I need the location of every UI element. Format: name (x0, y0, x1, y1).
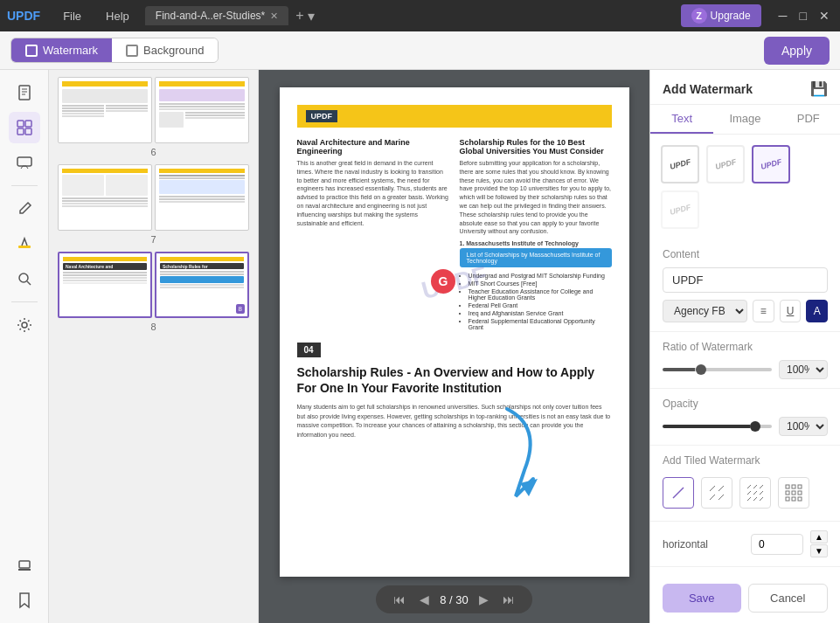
stepper-up[interactable]: ▲ (810, 530, 828, 543)
ratio-label: Ratio of Watermark (663, 341, 828, 353)
tab-pdf[interactable]: PDF (777, 105, 840, 134)
svg-rect-31 (792, 485, 795, 488)
font-row: Agency FB ≡ U A (663, 300, 828, 322)
active-tab[interactable]: Find-and-A..er-Studies* ✕ (145, 6, 288, 25)
wm-style-2[interactable]: UPDF (706, 145, 745, 183)
save-button[interactable]: Save (663, 584, 741, 613)
svg-rect-0 (19, 86, 30, 100)
tiled-opt-1[interactable] (663, 477, 694, 509)
svg-rect-35 (798, 491, 802, 495)
close-window-icon[interactable]: ✕ (816, 9, 833, 23)
opacity-slider-row: 100% (663, 417, 828, 436)
last-page-button[interactable]: ⏭ (499, 591, 518, 608)
content-section: Content Agency FB ≡ U A (650, 239, 840, 332)
total-pages: 30 (455, 593, 468, 606)
thumbnail-page-8a[interactable]: Naval Architecture and (58, 252, 152, 318)
document-page: UPDF UPDF Naval Architecture and Marine … (280, 87, 629, 577)
opacity-section: Opacity 100% (650, 389, 840, 446)
sidebar-item-tools[interactable] (9, 309, 40, 341)
tab-text[interactable]: Text (650, 105, 713, 134)
stepper-down[interactable]: ▼ (810, 544, 828, 557)
wm-style-4[interactable]: UPDF (661, 190, 699, 229)
apply-button[interactable]: Apply (764, 37, 830, 65)
menu-file[interactable]: File (54, 6, 90, 26)
content-label: Content (663, 248, 828, 260)
tiled-options (663, 474, 828, 512)
sidebar-divider-2 (11, 301, 38, 302)
tiled-opt-4[interactable] (778, 477, 809, 509)
color-picker-button[interactable]: A (806, 300, 828, 322)
current-page: 8 (440, 593, 446, 606)
watermark-mode-label: Watermark (43, 44, 98, 57)
wm-style-3[interactable]: UPDF (752, 145, 790, 183)
thumbnail-page-6b[interactable] (155, 77, 249, 143)
thumbnail-page-6[interactable] (58, 77, 152, 143)
col-naval: Naval Architecture and Marine Engineerin… (297, 138, 449, 332)
opacity-slider[interactable] (663, 425, 772, 428)
cancel-button[interactable]: Cancel (748, 584, 829, 613)
sidebar-item-stamp[interactable] (9, 550, 40, 581)
tab-label: Find-and-A..er-Studies* (156, 10, 265, 22)
content-input[interactable] (663, 267, 828, 293)
tiled-opt-3[interactable] (739, 477, 771, 509)
menu-help[interactable]: Help (97, 6, 138, 26)
new-tab-icon[interactable]: + (295, 8, 303, 24)
underline-button[interactable]: U (780, 300, 802, 322)
svg-line-24 (747, 491, 751, 495)
svg-line-23 (760, 485, 763, 488)
svg-rect-36 (786, 497, 789, 501)
section-number: 04 (297, 343, 321, 357)
svg-line-16 (673, 488, 684, 498)
main-content: 6 (0, 70, 840, 623)
upgrade-button[interactable]: Z Upgrade (681, 4, 761, 27)
tab-close-icon[interactable]: ✕ (270, 10, 278, 22)
svg-line-25 (753, 491, 757, 495)
watermark-mode-button[interactable]: Watermark (11, 38, 112, 62)
ratio-slider[interactable] (663, 368, 772, 371)
ratio-slider-handle[interactable] (696, 364, 706, 375)
prev-page-button[interactable]: ◀ (416, 591, 433, 608)
wm-style-1[interactable]: UPDF (661, 145, 699, 183)
col2-heading: Scholarship Rules for the 10 Best Global… (460, 138, 612, 156)
page-columns-top: Naval Architecture and Marine Engineerin… (297, 138, 612, 332)
sidebar-item-bookmark[interactable] (9, 585, 40, 616)
thumbnail-page-7b[interactable] (155, 164, 249, 231)
align-left-button[interactable]: ≡ (753, 300, 774, 322)
sidebar-item-search[interactable] (9, 263, 40, 294)
background-mode-button[interactable]: Background (112, 38, 218, 62)
watermark-styles: UPDF UPDF UPDF UPDF (650, 135, 840, 239)
maximize-icon[interactable]: □ (796, 9, 810, 23)
thumbnail-page-7a[interactable] (58, 164, 152, 231)
grammarly-button[interactable]: G (431, 269, 455, 294)
svg-marker-15 (520, 479, 538, 496)
opacity-slider-handle[interactable] (750, 421, 760, 432)
page-8-label: 8 (150, 322, 156, 332)
thumbnail-page-8b[interactable]: Scholarship Rules for 8 (155, 252, 249, 318)
sidebar-item-thumbnails[interactable] (9, 112, 40, 143)
svg-rect-8 (17, 157, 31, 166)
list-item-1: MIT Short Courses [Free] (469, 280, 612, 287)
tab-image[interactable]: Image (713, 105, 776, 134)
toolbar: Watermark Background Apply (0, 31, 840, 70)
svg-line-17 (710, 486, 715, 491)
ratio-percent-select[interactable]: 100% (779, 360, 828, 379)
svg-point-12 (22, 322, 27, 328)
sidebar-item-comments[interactable] (9, 147, 40, 178)
tab-dropdown-icon[interactable]: ▾ (308, 8, 315, 24)
opacity-percent-select[interactable]: 100% (779, 417, 828, 436)
minimize-icon[interactable]: ─ (775, 9, 791, 23)
page-separator: / (449, 593, 453, 606)
tiled-opt-2[interactable] (701, 477, 732, 509)
upgrade-label: Upgrade (711, 10, 751, 22)
sidebar-item-pages[interactable] (9, 77, 40, 108)
bottom-buttons: Save Cancel (650, 573, 840, 623)
page-badge: 8 (236, 304, 245, 314)
sidebar-item-highlight[interactable] (9, 228, 40, 260)
sidebar-item-edit[interactable] (9, 193, 40, 225)
horizontal-input[interactable] (751, 534, 803, 555)
next-page-button[interactable]: ▶ (476, 591, 492, 608)
page-7-group: 7 (56, 164, 251, 245)
font-select[interactable]: Agency FB (663, 300, 747, 322)
save-panel-icon[interactable]: 💾 (810, 80, 828, 97)
first-page-button[interactable]: ⏮ (390, 591, 409, 608)
